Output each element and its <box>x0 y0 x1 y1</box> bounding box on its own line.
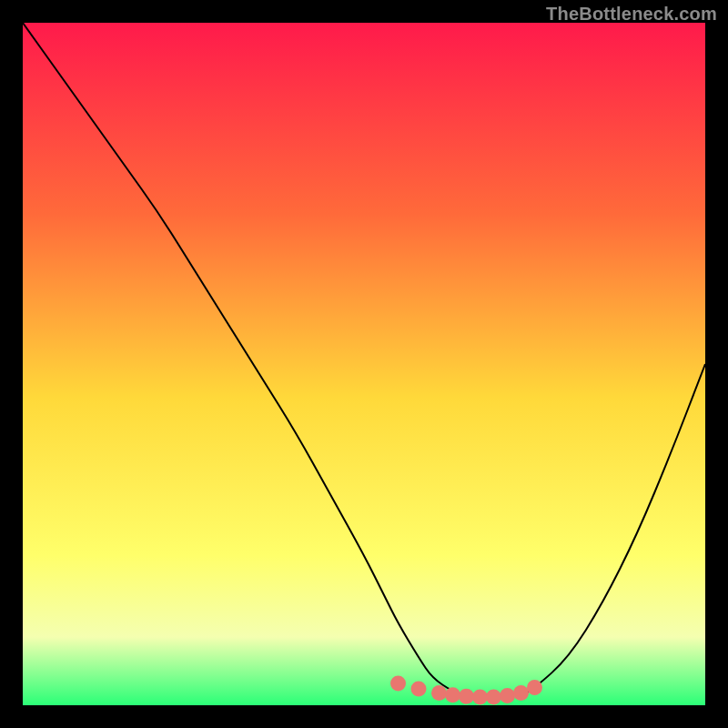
marker-dot <box>390 676 406 692</box>
marker-dot <box>431 685 447 701</box>
marker-dot <box>500 688 515 703</box>
chart-stage: TheBottleneck.com <box>0 0 728 728</box>
marker-dot <box>459 689 474 704</box>
marker-dot <box>513 685 529 701</box>
plot-area <box>23 23 705 705</box>
marker-dot <box>411 682 427 697</box>
plot-svg <box>23 23 705 705</box>
marker-dot <box>445 687 460 703</box>
marker-dot <box>472 690 488 705</box>
marker-dot <box>527 680 542 695</box>
marker-dot <box>486 690 501 705</box>
watermark-text: TheBottleneck.com <box>546 4 717 25</box>
